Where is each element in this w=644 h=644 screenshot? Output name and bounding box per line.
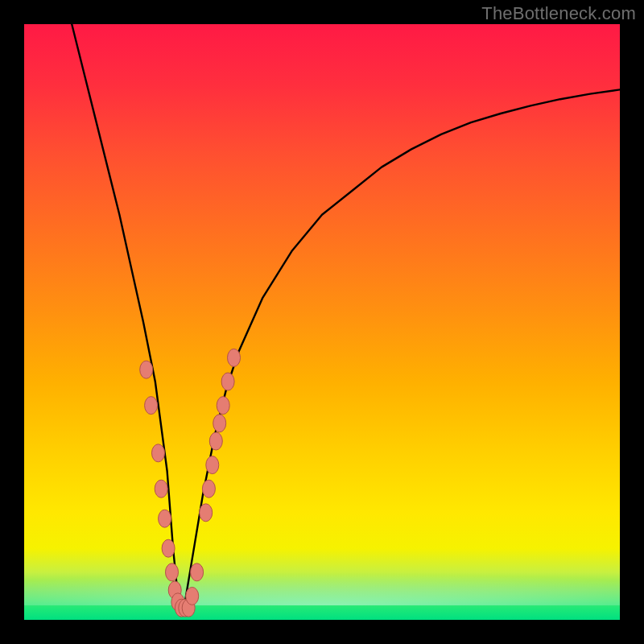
curve-marker	[162, 539, 175, 557]
curve-marker	[209, 432, 222, 450]
plot-area	[24, 24, 620, 620]
curve-marker	[202, 480, 215, 497]
curve-marker	[186, 587, 199, 605]
curve-marker	[206, 456, 219, 474]
curve-marker	[200, 504, 213, 522]
curve-layer	[24, 24, 620, 620]
curve-marker	[217, 397, 229, 415]
watermark-text: TheBottleneck.com	[481, 3, 636, 24]
curve-marker	[221, 373, 234, 390]
bottleneck-curve	[72, 24, 620, 608]
chart-frame: TheBottleneck.com	[0, 0, 644, 644]
curve-marker	[155, 480, 167, 497]
curve-marker	[191, 564, 204, 581]
curve-marker	[228, 349, 241, 366]
curve-marker	[145, 397, 158, 415]
curve-marker	[152, 444, 165, 462]
curve-marker	[213, 415, 226, 432]
curve-marker	[159, 510, 171, 527]
curve-marker	[140, 361, 153, 378]
curve-marker	[166, 564, 179, 581]
